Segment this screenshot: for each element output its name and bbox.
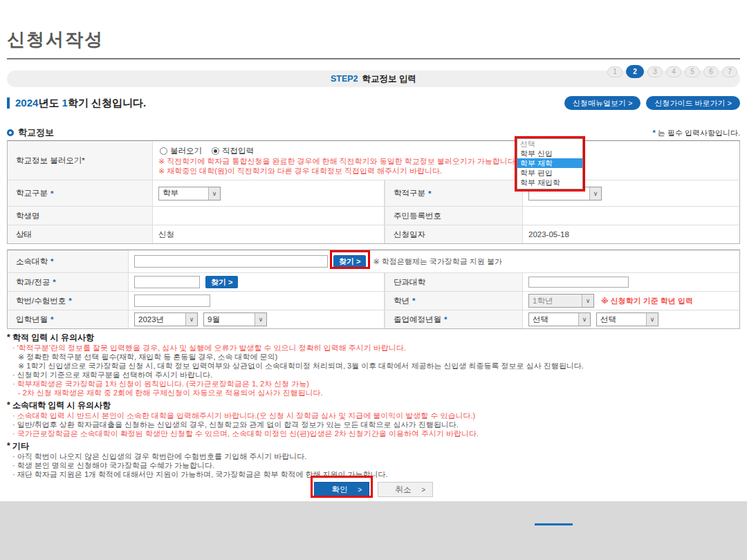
section-bullet-icon <box>7 129 14 136</box>
note-title: * 소속대학 입력 시 유의사항 <box>7 400 740 410</box>
radio-selected-icon[interactable] <box>212 147 219 155</box>
university-info-table: 소속대학 * 찾기 > ※ 학점은행제는 국가장학금 지원 불가 학과/전공 *… <box>7 250 740 329</box>
enroll-type-dropdown-annotation: 선택 학부 신입 학부 재학 학부 편입 학부 재입학 <box>515 136 585 192</box>
footer-area <box>0 501 747 560</box>
semester-headline: 2024년도 1학기 신청입니다. <box>15 97 146 110</box>
major-input[interactable] <box>134 276 200 288</box>
graduation-month-select[interactable]: 선택 ∨ <box>596 312 658 326</box>
university-input[interactable] <box>134 255 328 268</box>
headline-accent-bar <box>7 97 10 109</box>
dropdown-option[interactable]: 학부 신입 <box>517 149 582 158</box>
load-note-1: ※ 직전학기에 학자금 통합신청을 완료한 경우에 한해 직전학기와 동일한 학… <box>158 156 517 166</box>
required-note: * 는 필수 입력사항입니다. <box>652 128 740 138</box>
section-title: 학교정보 <box>18 127 54 139</box>
enrollment-notes-block: * 학적 입력 시 유의사항 · '학적구분'란의 정보를 잘못 입력했을 경우… <box>7 333 740 398</box>
load-school-info-cell: 불러오기 직접입력 ※ 직전학기에 학자금 통합신청을 완료한 경우에 한해 직… <box>153 141 739 180</box>
chevron-down-icon: ∨ <box>255 313 266 326</box>
student-name-label: 학생명 <box>8 207 153 225</box>
table-row: 학교구분 * 학부 ∨ 학적구분 * ∨ <box>8 180 739 206</box>
note-item: - 2차 신청 재학생은 재학 중 2회에 한해 구제신청이 자동으로 적용되어… <box>7 389 740 398</box>
graduation-year-select[interactable]: 선택 ∨ <box>528 312 591 326</box>
grade-cell: 1학년 ∨ ※ 신청학기 기준 학년 입력 <box>523 292 739 310</box>
table-row: 학교정보 불러오기* 불러오기 직접입력 ※ 직전학기에 학자금 통합신청을 완… <box>8 141 739 180</box>
university-label: 소속대학 * <box>8 250 129 272</box>
step-6: 6 <box>703 66 719 77</box>
manual-view-button[interactable]: 신청매뉴얼보기 > <box>564 96 640 110</box>
admission-year-select[interactable]: 2023년 ∨ <box>134 312 198 326</box>
rrn-value <box>523 207 739 225</box>
note-item: ※ 1학기 신입생으로 국가장학금 신청 시, 대학 정보 입력여부와 상관없이… <box>7 362 740 371</box>
cancel-button[interactable]: 취소 > <box>378 482 433 497</box>
dropdown-option[interactable]: 학부 편입 <box>517 168 582 178</box>
school-type-label: 학교구분 * <box>8 180 153 206</box>
confirm-button-annotation <box>311 476 373 498</box>
dropdown-option-selected[interactable]: 학부 재학 <box>517 158 582 168</box>
status-value: 신청 <box>153 225 385 243</box>
grade-note: ※ 신청학기 기준 학년 입력 <box>601 296 693 306</box>
note-item: · 학부재학생은 국가장학금 1차 신청이 원칙입니다. (국가근로장학금은 1… <box>7 380 740 389</box>
step-4: 4 <box>666 66 681 77</box>
college-input[interactable] <box>528 277 629 288</box>
college-label: 단과대학 <box>385 273 523 291</box>
school-info-table: 학교정보 불러오기* 불러오기 직접입력 ※ 직전학기에 학자금 통합신청을 완… <box>7 140 740 244</box>
admission-date-label: 입학년월 * <box>8 310 129 328</box>
load-note-2: ※ 재학중인 대학(원)이 직전학기와 다른 경우 대학정보 직접입력 해주시기… <box>158 166 442 176</box>
table-row: 입학년월 * 2023년 ∨ 9월 ∨ 졸업예정년월 * 선택 <box>8 310 739 328</box>
chevron-down-icon: ∨ <box>646 313 658 326</box>
application-form-page: 신청서작성 1 2 3 4 5 6 7 STEP2 학교정보 입력 2024년도… <box>0 28 747 497</box>
grade-label: 학년 * <box>385 292 523 310</box>
student-id-input[interactable] <box>134 295 210 307</box>
chevron-down-icon: ∨ <box>208 187 220 200</box>
note-item: · 아직 학번이 나오지 않은 신입생의 경우 학번란에 수험번호를 기입해 주… <box>7 452 740 461</box>
admission-month-select[interactable]: 9월 ∨ <box>203 312 267 326</box>
step-indicator: 1 2 3 4 5 6 7 <box>607 65 737 78</box>
major-label: 학과/전공 * <box>8 273 129 291</box>
note-item: · 국가근로장학금은 소속대학이 확정된 학생만 신청할 수 있으며, 소속대학… <box>7 429 740 438</box>
radio-unselected-icon[interactable] <box>160 147 167 155</box>
table-row: 학생명 주민등록번호 <box>8 206 739 225</box>
page-title: 신청서작성 <box>7 28 740 51</box>
enroll-type-dropdown-list[interactable]: 선택 학부 신입 학부 재학 학부 편입 학부 재입학 <box>517 138 583 189</box>
note-item: · 일반/취업후 상환 학자금대출을 신청하는 신입생의 경우, 신청학교와 관… <box>7 420 740 429</box>
guide-shortcut-button[interactable]: 신청가이드 바로가기 > <box>646 96 740 110</box>
radio-direct-label[interactable]: 직접입력 <box>222 146 254 156</box>
grade-select[interactable]: 1학년 ∨ <box>528 294 594 308</box>
chevron-down-icon: ∨ <box>578 313 590 326</box>
radio-fetch-label[interactable]: 불러오기 <box>170 146 202 156</box>
table-row: 상태 신청 신청일자 2023-05-18 <box>8 225 739 243</box>
arrow-right-icon: > <box>421 486 425 494</box>
table-row: 학과/전공 * 찾기 > 단과대학 <box>8 272 739 291</box>
student-id-label: 학번/수험번호 * <box>8 292 129 310</box>
university-cell: 찾기 > ※ 학점은행제는 국가장학금 지원 불가 <box>129 250 739 272</box>
note-item: · 재단 학자금 지원은 1개 학적에 대해서만 지원이 가능하며, 국가장학금… <box>7 470 740 479</box>
dropdown-option[interactable]: 선택 <box>517 139 582 149</box>
chevron-down-icon: ∨ <box>582 295 593 307</box>
title-divider <box>7 58 740 59</box>
school-type-select[interactable]: 학부 ∨ <box>158 187 221 200</box>
step-5: 5 <box>685 66 700 77</box>
major-cell: 찾기 > <box>129 273 385 291</box>
note-item: ※ 정확한 학적구분 선택 필수(재학, 재입학 등 혼동될 경우, 소속 대학… <box>7 353 740 362</box>
apply-date-value: 2023-05-18 <box>523 225 739 243</box>
note-title: * 학적 입력 시 유의사항 <box>7 333 740 342</box>
major-find-button[interactable]: 찾기 > <box>205 276 238 288</box>
note-title: * 기타 <box>7 441 740 451</box>
etc-notes-block: * 기타 · 아직 학번이 나오지 않은 신입생의 경우 학번란에 수험번호를 … <box>7 441 740 479</box>
table-row: 소속대학 * 찾기 > ※ 학점은행제는 국가장학금 지원 불가 <box>8 250 739 272</box>
find-button-annotation <box>330 250 370 269</box>
university-notes-block: * 소속대학 입력 시 유의사항 · 소속대학 입력 시 반드시 본인이 소속한… <box>7 400 740 438</box>
step-banner-title: 학교정보 입력 <box>362 73 416 85</box>
rrn-label: 주민등록번호 <box>385 207 523 225</box>
dropdown-option[interactable]: 학부 재입학 <box>517 178 582 187</box>
note-item: · 학생 본인 명의로 신청해야 국가장학금 수혜가 가능합니다. <box>7 461 740 470</box>
graduation-date-cell: 선택 ∨ 선택 ∨ <box>523 310 739 328</box>
note-item: · '학적구분'란의 정보를 잘못 입력했을 경우, 심사 및 실행에 오류가 … <box>7 344 740 353</box>
step-7: 7 <box>722 66 737 77</box>
status-label: 상태 <box>8 225 153 243</box>
university-note: ※ 학점은행제는 국가장학금 지원 불가 <box>373 256 501 267</box>
apply-date-label: 신청일자 <box>385 225 523 243</box>
chevron-down-icon: ∨ <box>185 313 197 326</box>
enroll-type-label: 학적구분 * <box>385 180 523 206</box>
step-banner-number: STEP2 <box>331 74 358 84</box>
step-2-active: 2 <box>626 65 644 78</box>
